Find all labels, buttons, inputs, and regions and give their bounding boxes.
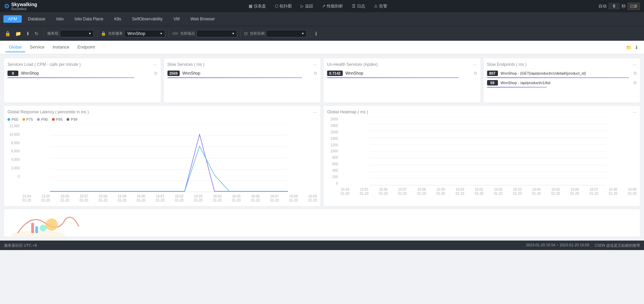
legend-dot-p50 [7, 118, 10, 121]
slow-endpoints-card: Slow Endpoints ( ms ) ··· 807 WnnShop - … [484, 58, 640, 102]
copy-icon-2-1[interactable]: ⧉ [314, 71, 317, 76]
nav-tab-log-label: 日志 [357, 3, 365, 9]
tab-global[interactable]: Global [5, 42, 25, 52]
current-instance-select[interactable]: ▾ [266, 30, 307, 37]
x-label-2: 15:5501-20 [41, 194, 50, 203]
legend-p99: P99 [67, 117, 77, 121]
legend-p90: P90 [37, 117, 48, 121]
card-menu-4[interactable]: ··· [632, 62, 637, 67]
download-icon[interactable]: ⬇ [24, 30, 31, 38]
logo-text-area: Skywalking Rocketbot [11, 2, 37, 11]
auto-input[interactable] [609, 3, 620, 9]
h-x-9: 16:0201-20 [494, 188, 503, 196]
sec-tab-self-observability[interactable]: SelfObservability [127, 15, 167, 23]
folder-tab-icon[interactable]: 📁 [626, 45, 632, 50]
card-menu-1[interactable]: ··· [153, 62, 157, 67]
sec-tab-istio[interactable]: Istio [51, 15, 68, 23]
card-menu-2[interactable]: ··· [313, 62, 317, 67]
copy-icon-3-1[interactable]: ⧉ [474, 71, 477, 76]
item-label-4-1: WnnShop - {GET}/api/product/v1/detail/{p… [501, 71, 586, 75]
h-x-2: 15:5501-20 [360, 188, 369, 196]
log-icon: ☰ [352, 4, 356, 8]
copy-icon-4-1[interactable]: ⧉ [633, 71, 637, 76]
heatmap-svg-area [339, 117, 637, 186]
heatmap-chart-menu[interactable]: ··· [632, 109, 637, 115]
latency-svg [21, 124, 317, 192]
copy-icon-1-1[interactable]: ⧉ [154, 71, 157, 76]
x-label-15: 16:0801-20 [289, 194, 298, 203]
h-x-15: 16:0801-20 [609, 188, 618, 196]
badge-4-2: 59 [487, 80, 498, 86]
lock-icon-2: 🔒 [101, 31, 106, 36]
y-label-6k: 6,000 [7, 149, 20, 153]
unhealth-services-card: Un-Health Services (Apdex) ··· 0.7142 Wn… [324, 58, 480, 102]
h-y-0: 0 [327, 182, 338, 185]
service-group-chevron: ▾ [89, 32, 91, 35]
card-item-row-1-1: 8 WnnShop ⧉ [7, 71, 157, 76]
card-menu-3[interactable]: ··· [473, 62, 477, 67]
h-y-2000: 2000 [327, 117, 338, 121]
sec-tab-istio-data-plane[interactable]: Istio Data Plane [70, 15, 108, 23]
latency-svg-area [21, 124, 317, 193]
item-label-2-1: WnnShop [182, 71, 200, 76]
h-x-8: 16:0101-20 [475, 188, 484, 196]
current-endpoint-select[interactable]: ▾ [196, 30, 237, 37]
h-y-600: 600 [327, 162, 338, 166]
refresh-button[interactable]: 已新 [628, 3, 640, 10]
download-tab-icon[interactable]: ⬇ [634, 45, 639, 50]
heatmap-chart-body: 2000 1800 1600 1400 1200 1000 800 600 40… [327, 117, 637, 186]
tab-service[interactable]: Service [26, 42, 48, 52]
sec-tab-vm[interactable]: VM [169, 15, 184, 23]
latency-chart-menu[interactable]: ··· [313, 109, 317, 115]
legend-p50: P50 [7, 117, 18, 121]
h-x-5: 15:5801-20 [417, 188, 426, 196]
info-icon[interactable]: ℹ [314, 30, 318, 38]
item-line-1-1 [7, 77, 135, 78]
p99-line [50, 134, 288, 191]
p95-line [50, 146, 288, 191]
nav-tab-dashboard-label: 仪表盘 [254, 3, 266, 9]
h-y-1200: 1200 [327, 143, 338, 147]
current-service-select[interactable]: WnnShop ▾ [124, 30, 165, 37]
nav-tab-dashboard[interactable]: ▦ 仪表盘 [245, 2, 270, 11]
folder-icon[interactable]: 📁 [14, 30, 22, 38]
toolbar-divider-5 [310, 30, 310, 38]
code-icon: </> [172, 31, 178, 36]
cards-row: Services Load ( CPM - calls per minute )… [4, 58, 640, 102]
refresh-icon[interactable]: ↻ [33, 30, 40, 38]
service-group-select[interactable]: ▾ [60, 30, 94, 37]
h-x-4: 15:5701-20 [398, 188, 407, 196]
x-label-10: 16:0301-20 [194, 194, 203, 203]
performance-icon: ↗ [322, 4, 325, 8]
current-endpoint-label: 当前端点 [180, 31, 195, 36]
h-x-14: 16:0701-20 [590, 188, 598, 196]
svg-point-21 [46, 218, 58, 231]
sec-tab-web-browser[interactable]: Web Browser [186, 15, 220, 23]
legend-dot-p75 [22, 118, 25, 121]
svg-rect-24 [35, 226, 38, 233]
nav-tab-alert[interactable]: ⚠ 告警 [370, 2, 391, 11]
sec-tab-database[interactable]: Database [23, 15, 50, 23]
sec-tab-apm[interactable]: APM [3, 15, 22, 23]
heatmap-y-labels: 2000 1800 1600 1400 1200 1000 800 600 40… [327, 117, 339, 185]
card-title-2: Slow Services ( ms ) [167, 62, 204, 67]
current-endpoint-value [199, 31, 200, 36]
tab-instance[interactable]: Instance [49, 42, 73, 52]
current-instance-selector: 当前实例 ▾ [250, 30, 307, 37]
footer-time-range: 2023-01-20 15:54 ~ 2023-01-20 16:09 [526, 243, 589, 248]
service-group-label: 服务组 [47, 31, 58, 36]
nav-tab-topology[interactable]: ⬡ 拓扑图 [271, 2, 296, 11]
nav-tab-performance[interactable]: ↗ 性能剖析 [318, 2, 347, 11]
nav-tab-trace[interactable]: ▷ 追踪 [297, 2, 317, 11]
copy-icon-4-2[interactable]: ⧉ [633, 80, 637, 86]
sec-tab-k8s[interactable]: K8s [109, 15, 126, 23]
logo-icon: ⊙ [4, 2, 9, 10]
badge-3-1: 0.7142 [327, 71, 343, 76]
tab-endpoint[interactable]: Endpoint [74, 42, 98, 52]
lock-icon[interactable]: 🔒 [3, 30, 12, 38]
x-label-12: 16:0501-20 [232, 194, 241, 203]
h-y-1000: 1000 [327, 149, 338, 153]
nav-tab-log[interactable]: ☰ 日志 [348, 2, 369, 11]
content-tabs: Global Service Instance Endpoint 📁 ⬇ [0, 41, 644, 54]
legend-label-p99: P99 [71, 117, 77, 121]
